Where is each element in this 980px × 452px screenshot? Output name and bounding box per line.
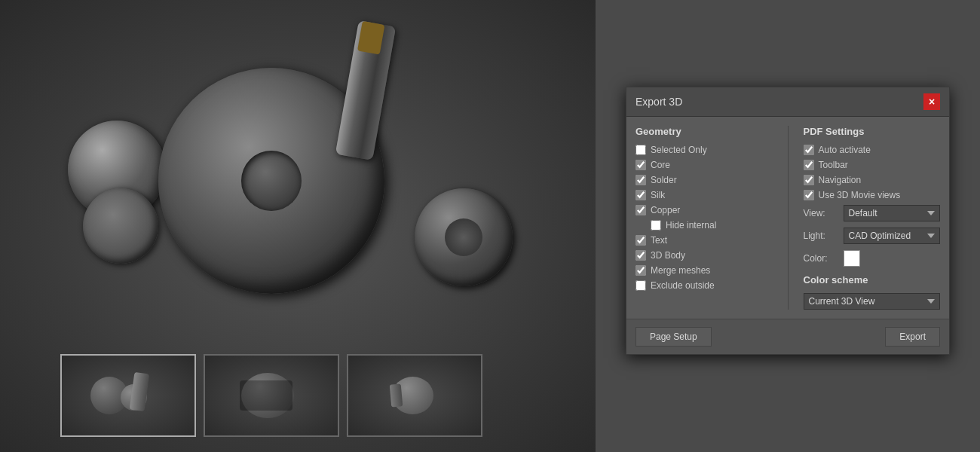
selected-only-checkbox[interactable] xyxy=(635,145,646,155)
toolbar-row: Toolbar xyxy=(804,160,941,170)
solder-label: Solder xyxy=(651,175,677,185)
hide-internal-checkbox[interactable] xyxy=(651,220,661,231)
silk-label: Silk xyxy=(651,190,665,200)
exclude-outside-checkbox[interactable] xyxy=(635,280,646,291)
gear-assembly xyxy=(60,23,513,324)
gear-small-left xyxy=(83,188,158,264)
light-label: Light: xyxy=(804,231,838,241)
auto-activate-row: Auto activate xyxy=(804,145,941,155)
close-button[interactable]: × xyxy=(923,93,940,110)
core-row: Core xyxy=(635,160,773,170)
shaft-top xyxy=(335,20,396,160)
bearing-right xyxy=(415,188,513,286)
light-dropdown-row: Light: CAD Optimized None White Day Nigh… xyxy=(804,228,941,244)
pdf-section-title: PDF Settings xyxy=(804,126,941,137)
column-divider xyxy=(788,126,789,310)
3d-viewport xyxy=(0,0,596,452)
thumbnail-1[interactable] xyxy=(60,354,196,437)
3d-body-row: 3D Body xyxy=(635,250,773,261)
export-button[interactable]: Export xyxy=(885,327,940,347)
silk-row: Silk xyxy=(635,190,773,200)
thumbnail-2[interactable] xyxy=(204,354,339,437)
toolbar-checkbox[interactable] xyxy=(804,160,814,170)
color-swatch[interactable] xyxy=(844,250,860,267)
selected-only-row: Selected Only xyxy=(635,145,773,155)
color-row: Color: xyxy=(804,250,941,267)
geometry-column: Geometry Selected Only Core Solder Silk … xyxy=(635,126,773,310)
dialog-footer: Page Setup Export xyxy=(626,319,949,354)
dialog-title: Export 3D xyxy=(635,96,682,108)
navigation-row: Navigation xyxy=(804,175,941,185)
text-label: Text xyxy=(651,235,667,246)
merge-meshes-checkbox[interactable] xyxy=(635,265,646,276)
dialog-titlebar: Export 3D × xyxy=(626,87,949,117)
auto-activate-label: Auto activate xyxy=(819,145,871,155)
light-dropdown[interactable]: CAD Optimized None White Day Night xyxy=(844,228,941,244)
copper-row: Copper xyxy=(635,205,773,215)
solder-checkbox[interactable] xyxy=(635,175,646,185)
color-scheme-dropdown[interactable]: Current 3D View KiCad White Background B… xyxy=(804,293,941,310)
3d-body-label: 3D Body xyxy=(651,250,685,261)
export-3d-dialog: Export 3D × Geometry Selected Only Core … xyxy=(626,87,950,355)
text-checkbox[interactable] xyxy=(635,235,646,246)
hide-internal-label: Hide internal xyxy=(666,220,716,231)
page-setup-button[interactable]: Page Setup xyxy=(635,327,712,347)
3d-body-checkbox[interactable] xyxy=(635,250,646,261)
thumbnail-3[interactable] xyxy=(347,354,482,437)
geometry-section-title: Geometry xyxy=(635,126,773,137)
toolbar-label: Toolbar xyxy=(819,160,848,170)
navigation-checkbox[interactable] xyxy=(804,175,814,185)
view-dropdown[interactable]: Default Top Bottom Left Right Front Back xyxy=(844,205,941,221)
copper-checkbox[interactable] xyxy=(635,205,646,215)
silk-checkbox[interactable] xyxy=(635,190,646,200)
merge-meshes-row: Merge meshes xyxy=(635,265,773,276)
use-3d-movie-label: Use 3D Movie views xyxy=(819,190,901,200)
navigation-label: Navigation xyxy=(819,175,862,185)
merge-meshes-label: Merge meshes xyxy=(651,265,710,276)
pdf-column: PDF Settings Auto activate Toolbar Navig… xyxy=(804,126,941,310)
use-3d-movie-row: Use 3D Movie views xyxy=(804,190,941,200)
color-scheme-title: Color scheme xyxy=(804,274,941,286)
text-row: Text xyxy=(635,235,773,246)
use-3d-movie-checkbox[interactable] xyxy=(804,190,814,200)
core-label: Core xyxy=(651,160,670,170)
view-dropdown-row: View: Default Top Bottom Left Right Fron… xyxy=(804,205,941,221)
exclude-outside-label: Exclude outside xyxy=(651,280,715,291)
dialog-body: Geometry Selected Only Core Solder Silk … xyxy=(626,117,949,319)
thumbnail-strip xyxy=(60,354,482,437)
exclude-outside-row: Exclude outside xyxy=(635,280,773,291)
color-label: Color: xyxy=(804,253,838,264)
view-label: View: xyxy=(804,208,838,218)
selected-only-label: Selected Only xyxy=(651,145,707,155)
auto-activate-checkbox[interactable] xyxy=(804,145,814,155)
color-scheme-section: Color scheme Current 3D View KiCad White… xyxy=(804,274,941,310)
solder-row: Solder xyxy=(635,175,773,185)
core-checkbox[interactable] xyxy=(635,160,646,170)
copper-label: Copper xyxy=(651,205,680,215)
hide-internal-row: Hide internal xyxy=(635,220,773,231)
